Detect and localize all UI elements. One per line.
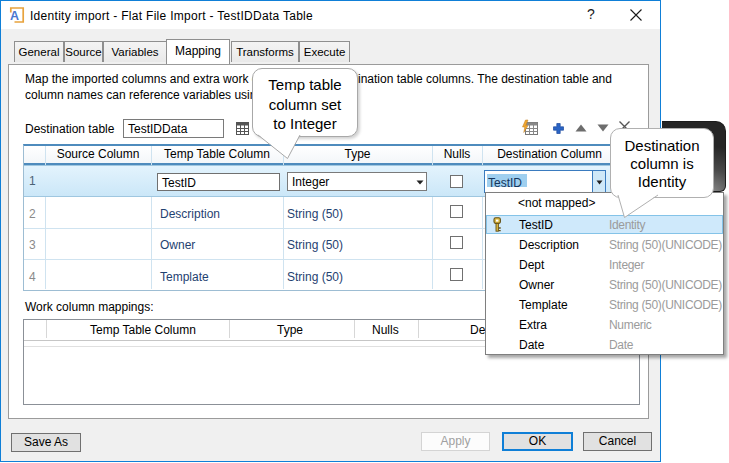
svg-text:A: A	[10, 9, 19, 23]
